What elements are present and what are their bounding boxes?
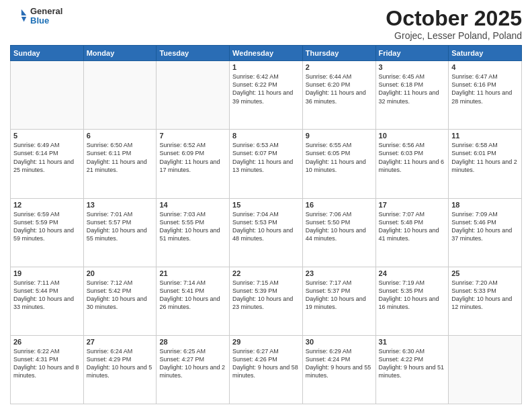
calendar-table: SundayMondayTuesdayWednesdayThursdayFrid… [10,45,522,404]
calendar-cell: 3Sunrise: 6:45 AM Sunset: 6:18 PM Daylig… [375,61,449,130]
calendar-cell: 5Sunrise: 6:49 AM Sunset: 6:14 PM Daylig… [11,130,84,198]
logo-blue: Blue [30,16,62,26]
calendar-cell [83,61,157,130]
calendar-cell: 26Sunrise: 6:22 AM Sunset: 4:31 PM Dayli… [11,335,84,404]
calendar-cell: 25Sunrise: 7:20 AM Sunset: 5:33 PM Dayli… [449,267,522,335]
calendar-cell: 14Sunrise: 7:03 AM Sunset: 5:55 PM Dayli… [157,198,230,267]
day-info: Sunrise: 7:17 AM Sunset: 5:37 PM Dayligh… [306,279,373,312]
day-number: 13 [87,201,154,209]
day-info: Sunrise: 6:22 AM Sunset: 4:31 PM Dayligh… [13,347,81,380]
calendar-header-row: SundayMondayTuesdayWednesdayThursdayFrid… [11,46,522,61]
title-block: October 2025 Grojec, Lesser Poland, Pola… [386,7,522,41]
logo-general: General [30,7,62,16]
day-info: Sunrise: 7:06 AM Sunset: 5:50 PM Dayligh… [306,210,373,243]
location: Grojec, Lesser Poland, Poland [386,30,522,41]
logo-icon [10,7,29,26]
calendar-cell: 23Sunrise: 7:17 AM Sunset: 5:37 PM Dayli… [302,267,375,335]
calendar-cell: 16Sunrise: 7:06 AM Sunset: 5:50 PM Dayli… [302,198,375,267]
day-info: Sunrise: 7:01 AM Sunset: 5:57 PM Dayligh… [87,210,154,243]
calendar-day-header: Saturday [449,46,522,61]
day-info: Sunrise: 6:44 AM Sunset: 6:20 PM Dayligh… [306,73,373,105]
day-number: 10 [379,132,446,140]
day-info: Sunrise: 7:14 AM Sunset: 5:41 PM Dayligh… [159,279,226,312]
calendar-cell: 29Sunrise: 6:27 AM Sunset: 4:26 PM Dayli… [230,335,303,404]
calendar-cell: 6Sunrise: 6:50 AM Sunset: 6:11 PM Daylig… [83,130,157,198]
day-number: 4 [451,63,519,71]
day-info: Sunrise: 6:24 AM Sunset: 4:29 PM Dayligh… [87,347,154,380]
day-info: Sunrise: 6:50 AM Sunset: 6:11 PM Dayligh… [87,141,154,174]
day-info: Sunrise: 6:27 AM Sunset: 4:26 PM Dayligh… [232,347,300,380]
day-number: 30 [306,338,373,346]
day-info: Sunrise: 6:42 AM Sunset: 6:22 PM Dayligh… [232,73,300,105]
day-number: 18 [451,201,519,209]
day-number: 23 [306,269,373,277]
calendar-cell: 30Sunrise: 6:29 AM Sunset: 4:24 PM Dayli… [302,335,375,404]
svg-marker-1 [21,17,26,21]
month-title: October 2025 [386,7,522,30]
day-number: 15 [232,201,300,209]
calendar-cell: 19Sunrise: 7:11 AM Sunset: 5:44 PM Dayli… [11,267,84,335]
calendar-cell: 9Sunrise: 6:55 AM Sunset: 6:05 PM Daylig… [302,130,375,198]
logo: General Blue [10,7,62,26]
calendar-week-row: 26Sunrise: 6:22 AM Sunset: 4:31 PM Dayli… [11,335,522,404]
day-info: Sunrise: 6:30 AM Sunset: 4:22 PM Dayligh… [379,347,446,380]
day-info: Sunrise: 7:12 AM Sunset: 5:42 PM Dayligh… [87,279,154,312]
calendar-day-header: Thursday [302,46,375,61]
day-number: 16 [306,201,373,209]
calendar-cell: 22Sunrise: 7:15 AM Sunset: 5:39 PM Dayli… [230,267,303,335]
day-info: Sunrise: 6:56 AM Sunset: 6:03 PM Dayligh… [379,141,446,174]
calendar-cell [449,335,522,404]
day-info: Sunrise: 6:29 AM Sunset: 4:24 PM Dayligh… [306,347,373,380]
calendar-cell: 31Sunrise: 6:30 AM Sunset: 4:22 PM Dayli… [375,335,449,404]
day-info: Sunrise: 7:07 AM Sunset: 5:48 PM Dayligh… [379,210,446,243]
calendar-week-row: 12Sunrise: 6:59 AM Sunset: 5:59 PM Dayli… [11,198,522,267]
calendar-day-header: Tuesday [157,46,230,61]
day-number: 12 [13,201,81,209]
day-number: 17 [379,201,446,209]
day-info: Sunrise: 7:09 AM Sunset: 5:46 PM Dayligh… [451,210,519,243]
calendar-cell: 12Sunrise: 6:59 AM Sunset: 5:59 PM Dayli… [11,198,84,267]
day-number: 25 [451,269,519,277]
calendar-cell: 27Sunrise: 6:24 AM Sunset: 4:29 PM Dayli… [83,335,157,404]
day-info: Sunrise: 6:45 AM Sunset: 6:18 PM Dayligh… [379,73,446,105]
day-number: 14 [159,201,226,209]
day-number: 6 [87,132,154,140]
day-info: Sunrise: 6:52 AM Sunset: 6:09 PM Dayligh… [159,141,226,174]
calendar-cell: 1Sunrise: 6:42 AM Sunset: 6:22 PM Daylig… [230,61,303,130]
calendar-day-header: Friday [375,46,449,61]
day-number: 7 [159,132,226,140]
calendar-week-row: 19Sunrise: 7:11 AM Sunset: 5:44 PM Dayli… [11,267,522,335]
day-info: Sunrise: 6:58 AM Sunset: 6:01 PM Dayligh… [451,141,519,174]
calendar-cell: 2Sunrise: 6:44 AM Sunset: 6:20 PM Daylig… [302,61,375,130]
day-number: 29 [232,338,300,346]
day-info: Sunrise: 6:55 AM Sunset: 6:05 PM Dayligh… [306,141,373,174]
svg-marker-0 [21,9,26,15]
calendar-week-row: 5Sunrise: 6:49 AM Sunset: 6:14 PM Daylig… [11,130,522,198]
day-info: Sunrise: 7:04 AM Sunset: 5:53 PM Dayligh… [232,210,300,243]
day-info: Sunrise: 7:19 AM Sunset: 5:35 PM Dayligh… [379,279,446,312]
calendar-cell: 10Sunrise: 6:56 AM Sunset: 6:03 PM Dayli… [375,130,449,198]
calendar-cell: 8Sunrise: 6:53 AM Sunset: 6:07 PM Daylig… [230,130,303,198]
day-number: 27 [87,338,154,346]
calendar-cell: 4Sunrise: 6:47 AM Sunset: 6:16 PM Daylig… [449,61,522,130]
calendar-cell: 15Sunrise: 7:04 AM Sunset: 5:53 PM Dayli… [230,198,303,267]
header: General Blue October 2025 Grojec, Lesser… [10,7,522,41]
calendar-cell: 18Sunrise: 7:09 AM Sunset: 5:46 PM Dayli… [449,198,522,267]
calendar-cell: 11Sunrise: 6:58 AM Sunset: 6:01 PM Dayli… [449,130,522,198]
day-number: 31 [379,338,446,346]
calendar-day-header: Sunday [11,46,84,61]
day-info: Sunrise: 6:53 AM Sunset: 6:07 PM Dayligh… [232,141,300,174]
day-number: 5 [13,132,81,140]
calendar-week-row: 1Sunrise: 6:42 AM Sunset: 6:22 PM Daylig… [11,61,522,130]
day-number: 26 [13,338,81,346]
day-info: Sunrise: 7:03 AM Sunset: 5:55 PM Dayligh… [159,210,226,243]
page: General Blue October 2025 Grojec, Lesser… [0,0,532,411]
calendar-cell [11,61,84,130]
calendar-cell [157,61,230,130]
day-number: 21 [159,269,226,277]
day-info: Sunrise: 7:11 AM Sunset: 5:44 PM Dayligh… [13,279,81,312]
day-info: Sunrise: 7:15 AM Sunset: 5:39 PM Dayligh… [232,279,300,312]
day-number: 11 [451,132,519,140]
calendar-cell: 17Sunrise: 7:07 AM Sunset: 5:48 PM Dayli… [375,198,449,267]
calendar-cell: 21Sunrise: 7:14 AM Sunset: 5:41 PM Dayli… [157,267,230,335]
